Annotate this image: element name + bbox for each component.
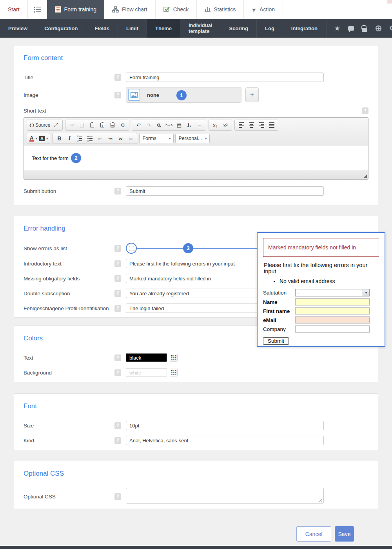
help-icon[interactable]: ? [114, 422, 121, 429]
help-icon[interactable]: ? [114, 369, 121, 376]
cut-button[interactable]: ✂ [67, 121, 76, 129]
help-icon[interactable]: ? [114, 245, 121, 252]
personalization-dropdown[interactable]: Personal...▾ [175, 134, 210, 143]
popup-email-label: eMail [263, 317, 295, 323]
bold-button[interactable]: B [55, 134, 64, 143]
popup-company-input[interactable] [295, 325, 370, 333]
background-color-input[interactable] [126, 368, 167, 377]
undo-button[interactable]: ↶ [134, 121, 143, 129]
popup-salutation-select[interactable]: - ▼ [295, 289, 370, 296]
align-justify-button[interactable] [267, 121, 276, 129]
numbered-list-button[interactable]: 123 [75, 134, 84, 143]
submit-button-row: Submit button ? [24, 186, 368, 196]
outdent-button[interactable]: ⇤ [96, 134, 104, 143]
submit-button-text-input[interactable] [126, 186, 324, 196]
text-color-input[interactable] [126, 353, 167, 362]
help-icon[interactable]: ? [114, 493, 121, 500]
star-icon[interactable]: ★ [334, 25, 341, 32]
callout-badge-1: 1 [176, 90, 187, 100]
font-kind-input[interactable] [126, 436, 324, 445]
help-icon[interactable]: ? [114, 290, 121, 297]
help-icon[interactable]: ? [114, 305, 121, 312]
help-icon[interactable]: ? [114, 437, 121, 444]
image-chooser[interactable]: none 1 [126, 87, 241, 103]
ribbon-item-fields[interactable]: Fields [86, 19, 118, 38]
font-size-input[interactable] [126, 421, 324, 430]
redo-button[interactable]: ↷ [144, 121, 153, 129]
forms-dropdown[interactable]: Forms▾ [139, 134, 174, 143]
editor-resize-handle[interactable] [363, 175, 367, 178]
flow-chart-icon [112, 6, 119, 13]
align-center-button[interactable] [247, 121, 256, 129]
text-color-button[interactable]: A▾ [29, 134, 38, 143]
popup-submit-button[interactable]: Submit [263, 337, 289, 345]
find-button[interactable] [154, 121, 163, 129]
superscript-button[interactable]: x² [221, 121, 230, 129]
tab-flow-chart[interactable]: Flow chart [104, 0, 156, 19]
tab-check[interactable]: Check [156, 0, 197, 19]
color-palette-icon[interactable] [170, 354, 178, 362]
ribbon-item-integration[interactable]: Integration [283, 19, 326, 38]
maximize-button[interactable]: ⤢ [52, 121, 60, 129]
ribbon-item-limit[interactable]: Limit [118, 19, 147, 38]
help-icon[interactable]: ? [114, 275, 121, 282]
align-left-button[interactable] [237, 121, 245, 129]
section-ribbon: Preview Configuration Fields Limit Theme… [0, 19, 392, 38]
editor-content-area[interactable]: Text for the form 2 [24, 146, 368, 170]
cancel-button[interactable]: Cancel [296, 526, 331, 542]
show-errors-checkbox[interactable] [129, 246, 134, 251]
background-color-button[interactable]: A▾ [39, 134, 48, 143]
italic-button[interactable]: I [65, 134, 74, 143]
tab-start[interactable]: Start [0, 0, 28, 19]
ribbon-item-theme[interactable]: Theme [147, 19, 180, 38]
tab-form-training[interactable]: Form training [47, 0, 104, 19]
tab-statistics[interactable]: Statistics [197, 0, 244, 19]
font-heading: Font [24, 402, 368, 410]
remove-format-button[interactable]: Iₓ [185, 121, 194, 129]
add-image-button[interactable]: + [245, 87, 259, 102]
replace-button[interactable]: b→a [165, 121, 173, 129]
ribbon-item-scoring[interactable]: Scoring [221, 19, 257, 38]
help-icon[interactable]: ? [114, 354, 121, 361]
gear-icon[interactable]: ⚙ [388, 25, 392, 32]
ribbon-item-configuration[interactable]: Configuration [36, 19, 86, 38]
optional-css-textarea[interactable] [126, 488, 324, 504]
optional-css-heading: Optional CSS [24, 470, 368, 478]
popup-email-input[interactable] [295, 316, 370, 324]
paste-text-button[interactable]: T [98, 121, 107, 129]
comment-bubble-icon[interactable] [347, 25, 354, 32]
link-button[interactable]: ∞ [116, 134, 125, 143]
indent-button[interactable]: ⇥ [106, 134, 114, 143]
help-icon[interactable]: ? [362, 107, 368, 114]
show-blocks-button[interactable]: ≣ [195, 121, 204, 129]
ribbon-item-individual-template[interactable]: Individual template [180, 19, 221, 38]
help-icon[interactable]: ? [114, 260, 121, 267]
help-icon[interactable]: ? [114, 92, 121, 98]
unlock-icon[interactable] [361, 25, 368, 32]
ribbon-item-log[interactable]: Log [257, 19, 283, 38]
title-input[interactable] [126, 73, 324, 82]
tab-action[interactable]: ➤ Action [244, 0, 283, 19]
source-button[interactable]: ❮❯Source [29, 121, 50, 129]
select-all-button[interactable]: ▤ [175, 121, 183, 129]
globe-icon[interactable] [375, 25, 382, 32]
help-icon[interactable]: ? [114, 74, 121, 81]
subscript-button[interactable]: x₂ [211, 121, 220, 129]
image-row: Image ? none 1 + [24, 87, 368, 103]
align-right-button[interactable] [257, 121, 266, 129]
unlink-button[interactable]: ∞ [126, 134, 135, 143]
paste-button[interactable] [88, 121, 96, 129]
bullet-list-button[interactable] [85, 134, 94, 143]
tab-menu-list[interactable] [28, 0, 47, 19]
popup-error-item: No valid email address [279, 278, 379, 284]
special-char-button[interactable]: Ω [118, 121, 127, 129]
ribbon-item-preview[interactable]: Preview [0, 19, 36, 38]
save-button[interactable]: Save [335, 526, 354, 542]
callout-badge-2: 2 [71, 153, 81, 163]
help-icon[interactable]: ? [114, 188, 121, 195]
popup-first-name-input[interactable] [295, 307, 370, 314]
color-palette-icon[interactable] [170, 369, 178, 376]
paste-word-button[interactable]: W [108, 121, 117, 129]
copy-button[interactable] [78, 121, 86, 129]
popup-name-input[interactable] [295, 298, 370, 305]
